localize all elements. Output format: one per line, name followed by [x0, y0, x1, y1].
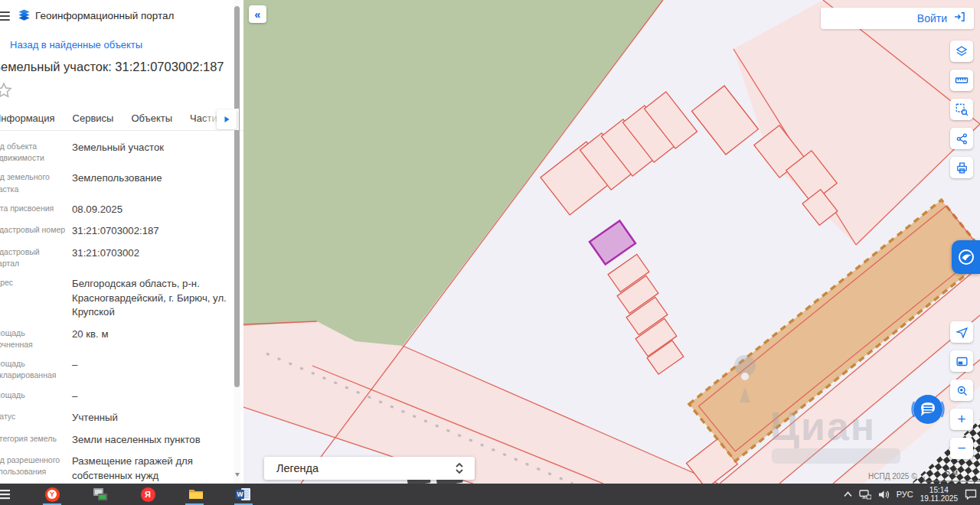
detail-label: Дата присвоения [0, 203, 72, 217]
locate-me-button[interactable] [950, 321, 973, 343]
back-link[interactable]: Назад в найденные объекты [10, 39, 142, 50]
tabs-next-icon [224, 116, 230, 123]
legend-label: Легенда [276, 462, 318, 474]
network-icon[interactable] [859, 490, 871, 500]
assistant-panel-button[interactable] [952, 240, 980, 274]
detail-label: Вид разрешенного использования [0, 454, 72, 483]
start-icon [0, 489, 10, 500]
search-location-icon [956, 384, 969, 397]
detail-row: АдресБелгородская область, р-н. Красногв… [0, 277, 230, 319]
zoom-out-label: − [957, 440, 965, 457]
layers-button[interactable] [950, 41, 973, 62]
detail-row: Площадь декларированная– [0, 358, 230, 381]
detail-row: Вид разрешенного использованияРазмещение… [0, 454, 230, 483]
start-button[interactable] [0, 486, 14, 503]
detail-label: Кадастровый квартал [0, 246, 72, 269]
detail-row: Дата присвоения08.09.2025 [0, 203, 230, 217]
select-area-icon [955, 103, 969, 116]
search-on-map-button[interactable] [950, 380, 973, 401]
login-icon [952, 11, 966, 26]
detail-row: Площадь– [0, 389, 230, 403]
zoom-in-label: + [957, 411, 965, 428]
ruler-icon [955, 73, 969, 87]
portal-logo-icon [17, 8, 31, 25]
detail-row: Кадастровый квартал31:21:0703002 [0, 246, 230, 269]
map-render: Циан НСПД 2025 © 5 м [243, 0, 980, 484]
detail-value: Размещение гаражей для собственных нужд [72, 454, 230, 483]
detail-value: Земельный участок [72, 141, 230, 164]
collapse-glyph: « [255, 8, 261, 21]
detail-label: Адрес [0, 277, 72, 319]
menu-icon[interactable] [0, 9, 10, 21]
clock[interactable]: 15:14 19.11.2025 [920, 486, 958, 503]
tab-1[interactable]: Сервисы [73, 109, 114, 131]
measure-button[interactable] [950, 70, 973, 91]
detail-value: 31:21:0703002:187 [72, 224, 230, 238]
scrollbar-down-icon[interactable] [235, 473, 240, 477]
watermark-brand: Циан [770, 404, 876, 448]
folder-icon [188, 488, 204, 500]
panel-scrollbar-thumb[interactable] [234, 6, 240, 387]
detail-label: Площадь уточненная [0, 327, 72, 350]
tray-expand-icon[interactable] [844, 491, 852, 497]
detail-label: Площадь [0, 389, 72, 403]
detail-row: СтатусУчтенный [0, 411, 230, 425]
taskbar-remote-app[interactable] [90, 486, 110, 503]
object-title: Земельный участок: 31:21:0703002:187 [0, 60, 238, 74]
svg-text:W: W [237, 490, 243, 498]
detail-label: Кадастровый номер [0, 224, 72, 238]
notifications-icon[interactable] [965, 489, 977, 500]
scale-label: 5 м [946, 468, 958, 477]
minimap-icon [956, 355, 969, 368]
login-label: Войти [917, 12, 947, 24]
tab-2[interactable]: Объекты [131, 109, 172, 131]
layers-icon [955, 44, 969, 58]
volume-icon[interactable] [878, 490, 890, 500]
taskbar: Y Я W [0, 484, 980, 505]
detail-label: Вид земельного участка [0, 171, 72, 194]
chat-button[interactable] [908, 389, 948, 429]
detail-value: 08.09.2025 [72, 203, 230, 217]
detail-row: Вид объекта недвижимостиЗемельный участо… [0, 141, 230, 164]
taskbar-word[interactable]: W [234, 486, 253, 503]
map-canvas[interactable]: Циан НСПД 2025 © 5 м « Войти [243, 0, 980, 484]
assistant-bird-icon [957, 248, 975, 266]
remote-app-icon [93, 487, 108, 501]
clock-time: 15:14 [920, 486, 958, 494]
favorite-star-icon[interactable] [0, 81, 13, 103]
detail-value: Учтенный [72, 411, 230, 425]
system-tray: РУС 15:14 19.11.2025 [844, 484, 977, 505]
tabs-next-button[interactable] [217, 109, 237, 129]
minimap-button[interactable] [950, 350, 973, 372]
tab-bar: ИнформацияСервисыОбъектыЧасти ЗУСостав [0, 109, 243, 131]
detail-value: 31:21:0703002 [72, 246, 230, 269]
legend-bar[interactable]: Легенда [264, 457, 475, 480]
detail-label: Площадь декларированная [0, 358, 72, 381]
tab-0[interactable]: Информация [0, 109, 55, 131]
panel-header: Геоинформационный портал [0, 8, 243, 26]
detail-value: Землепользование [72, 171, 230, 194]
select-area-button[interactable] [950, 99, 973, 120]
collapse-sidebar-button[interactable]: « [249, 5, 266, 23]
chat-bubble-icon [908, 389, 948, 429]
screen: Циан НСПД 2025 © 5 м « Войти [0, 0, 980, 505]
legend-toggle-icon[interactable] [455, 462, 464, 474]
detail-label: Категория земель [0, 433, 72, 447]
language-indicator[interactable]: РУС [897, 490, 913, 499]
taskbar-file-explorer[interactable] [186, 486, 206, 503]
detail-label: Статус [0, 411, 72, 425]
detail-label: Вид объекта недвижимости [0, 141, 72, 164]
login-bar[interactable]: Войти [821, 8, 974, 29]
zoom-in-button[interactable]: + [950, 409, 973, 430]
app-title: Геоинформационный портал [35, 10, 174, 21]
detail-row: Кадастровый номер31:21:0703002:187 [0, 224, 230, 238]
detail-value: Земли населенных пунктов [72, 433, 230, 447]
share-icon [956, 132, 969, 145]
detail-row: Площадь уточненная20 кв. м [0, 327, 230, 350]
detail-row: Категория земельЗемли населенных пунктов [0, 433, 230, 447]
zoom-out-button[interactable]: − [950, 438, 973, 459]
share-button[interactable] [950, 128, 973, 149]
taskbar-yandex-browser[interactable]: Y [42, 486, 62, 503]
taskbar-yandex-search[interactable]: Я [138, 486, 158, 503]
print-button[interactable] [950, 157, 973, 178]
